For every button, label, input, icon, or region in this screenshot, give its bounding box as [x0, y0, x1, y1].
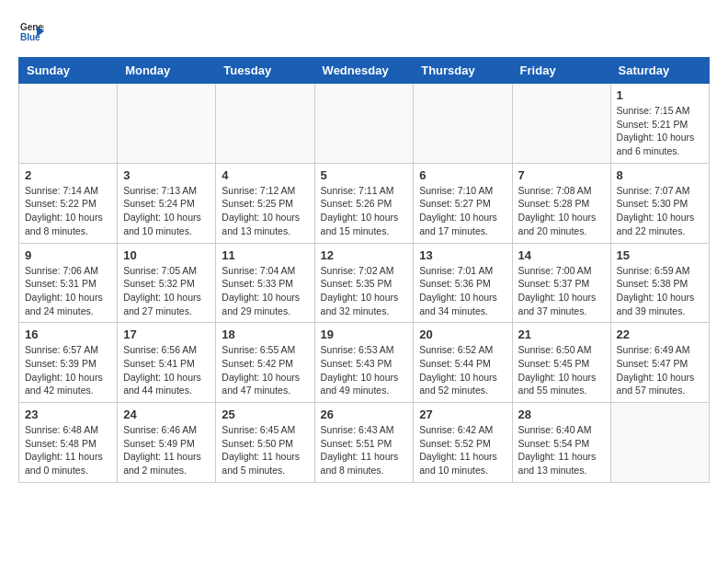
day-info: Sunrise: 7:11 AM Sunset: 5:26 PM Dayligh…: [321, 184, 408, 238]
day-info: Sunrise: 7:01 AM Sunset: 5:36 PM Dayligh…: [419, 264, 506, 318]
day-info: Sunrise: 6:45 AM Sunset: 5:50 PM Dayligh…: [222, 423, 308, 477]
day-info: Sunrise: 7:07 AM Sunset: 5:30 PM Dayligh…: [617, 184, 703, 238]
day-info: Sunrise: 6:56 AM Sunset: 5:41 PM Dayligh…: [123, 343, 210, 397]
day-info: Sunrise: 7:14 AM Sunset: 5:22 PM Dayligh…: [25, 184, 111, 238]
calendar-cell: 20Sunrise: 6:52 AM Sunset: 5:44 PM Dayli…: [414, 323, 512, 403]
day-number: 1: [617, 88, 703, 102]
calendar-cell: 9Sunrise: 7:06 AM Sunset: 5:31 PM Daylig…: [19, 243, 118, 323]
calendar-cell: [414, 84, 512, 164]
calendar-cell: 17Sunrise: 6:56 AM Sunset: 5:41 PM Dayli…: [118, 323, 216, 403]
calendar-cell: 7Sunrise: 7:08 AM Sunset: 5:28 PM Daylig…: [512, 163, 610, 243]
day-number: 21: [518, 327, 605, 341]
calendar-cell: [512, 84, 610, 164]
calendar-cell: 18Sunrise: 6:55 AM Sunset: 5:42 PM Dayli…: [216, 323, 314, 403]
day-number: 10: [123, 248, 210, 262]
calendar-cell: [216, 84, 314, 164]
calendar-cell: 11Sunrise: 7:04 AM Sunset: 5:33 PM Dayli…: [216, 243, 314, 323]
day-number: 20: [419, 327, 506, 341]
calendar-cell: 26Sunrise: 6:43 AM Sunset: 5:51 PM Dayli…: [314, 403, 414, 483]
day-number: 12: [321, 248, 408, 262]
calendar-cell: 28Sunrise: 6:40 AM Sunset: 5:54 PM Dayli…: [512, 403, 610, 483]
day-info: Sunrise: 7:02 AM Sunset: 5:35 PM Dayligh…: [321, 264, 408, 318]
day-number: 19: [321, 327, 408, 341]
day-number: 16: [25, 327, 111, 341]
day-info: Sunrise: 6:57 AM Sunset: 5:39 PM Dayligh…: [25, 343, 111, 397]
day-info: Sunrise: 7:00 AM Sunset: 5:37 PM Dayligh…: [518, 264, 605, 318]
day-info: Sunrise: 6:43 AM Sunset: 5:51 PM Dayligh…: [321, 423, 408, 477]
calendar-cell: 4Sunrise: 7:12 AM Sunset: 5:25 PM Daylig…: [216, 163, 314, 243]
day-number: 23: [25, 408, 111, 421]
calendar-cell: 16Sunrise: 6:57 AM Sunset: 5:39 PM Dayli…: [19, 323, 118, 403]
day-number: 22: [617, 327, 703, 341]
day-number: 13: [419, 248, 506, 262]
day-info: Sunrise: 6:52 AM Sunset: 5:44 PM Dayligh…: [419, 343, 506, 397]
day-info: Sunrise: 7:06 AM Sunset: 5:31 PM Dayligh…: [25, 264, 111, 318]
day-info: Sunrise: 6:40 AM Sunset: 5:54 PM Dayligh…: [518, 423, 605, 477]
weekday-header-wednesday: Wednesday: [314, 58, 414, 84]
day-number: 14: [518, 248, 605, 262]
day-number: 18: [222, 327, 308, 341]
day-number: 3: [123, 168, 210, 182]
day-info: Sunrise: 7:10 AM Sunset: 5:27 PM Dayligh…: [419, 184, 506, 238]
weekday-header-saturday: Saturday: [610, 58, 709, 84]
day-info: Sunrise: 7:15 AM Sunset: 5:21 PM Dayligh…: [617, 104, 703, 158]
weekday-header-monday: Monday: [118, 58, 216, 84]
calendar-cell: 2Sunrise: 7:14 AM Sunset: 5:22 PM Daylig…: [19, 163, 118, 243]
calendar-cell: [19, 84, 118, 164]
day-number: 9: [25, 248, 111, 262]
calendar-cell: 22Sunrise: 6:49 AM Sunset: 5:47 PM Dayli…: [610, 323, 709, 403]
day-number: 24: [123, 408, 210, 421]
calendar-cell: 21Sunrise: 6:50 AM Sunset: 5:45 PM Dayli…: [512, 323, 610, 403]
day-info: Sunrise: 7:12 AM Sunset: 5:25 PM Dayligh…: [222, 184, 308, 238]
weekday-header-thursday: Thursday: [414, 58, 512, 84]
calendar-cell: 23Sunrise: 6:48 AM Sunset: 5:48 PM Dayli…: [19, 403, 118, 483]
calendar-cell: 10Sunrise: 7:05 AM Sunset: 5:32 PM Dayli…: [118, 243, 216, 323]
day-number: 4: [222, 168, 308, 182]
calendar-cell: 1Sunrise: 7:15 AM Sunset: 5:21 PM Daylig…: [610, 84, 709, 164]
calendar-cell: [314, 84, 414, 164]
calendar-cell: 24Sunrise: 6:46 AM Sunset: 5:49 PM Dayli…: [118, 403, 216, 483]
day-number: 8: [617, 168, 703, 182]
calendar-table: SundayMondayTuesdayWednesdayThursdayFrid…: [18, 57, 710, 483]
day-number: 15: [617, 248, 703, 262]
logo-icon: General Blue: [18, 18, 44, 44]
weekday-header-friday: Friday: [512, 58, 610, 84]
logo: General Blue: [18, 18, 46, 44]
day-info: Sunrise: 6:49 AM Sunset: 5:47 PM Dayligh…: [617, 343, 703, 397]
calendar-cell: 13Sunrise: 7:01 AM Sunset: 5:36 PM Dayli…: [414, 243, 512, 323]
day-info: Sunrise: 6:48 AM Sunset: 5:48 PM Dayligh…: [25, 423, 111, 477]
calendar-cell: 8Sunrise: 7:07 AM Sunset: 5:30 PM Daylig…: [610, 163, 709, 243]
day-info: Sunrise: 6:55 AM Sunset: 5:42 PM Dayligh…: [222, 343, 308, 397]
day-number: 5: [321, 168, 408, 182]
calendar-cell: [610, 403, 709, 483]
weekday-header-sunday: Sunday: [19, 58, 118, 84]
day-info: Sunrise: 7:13 AM Sunset: 5:24 PM Dayligh…: [123, 184, 210, 238]
weekday-header-tuesday: Tuesday: [216, 58, 314, 84]
calendar-cell: [118, 84, 216, 164]
day-number: 26: [321, 408, 408, 421]
day-number: 17: [123, 327, 210, 341]
calendar-cell: 25Sunrise: 6:45 AM Sunset: 5:50 PM Dayli…: [216, 403, 314, 483]
calendar-cell: 19Sunrise: 6:53 AM Sunset: 5:43 PM Dayli…: [314, 323, 414, 403]
day-number: 27: [419, 408, 506, 421]
day-number: 2: [25, 168, 111, 182]
calendar-cell: 6Sunrise: 7:10 AM Sunset: 5:27 PM Daylig…: [414, 163, 512, 243]
day-info: Sunrise: 6:46 AM Sunset: 5:49 PM Dayligh…: [123, 423, 210, 477]
calendar-cell: 27Sunrise: 6:42 AM Sunset: 5:52 PM Dayli…: [414, 403, 512, 483]
day-number: 28: [518, 408, 605, 421]
day-number: 11: [222, 248, 308, 262]
calendar-cell: 3Sunrise: 7:13 AM Sunset: 5:24 PM Daylig…: [118, 163, 216, 243]
day-number: 6: [419, 168, 506, 182]
day-info: Sunrise: 7:04 AM Sunset: 5:33 PM Dayligh…: [222, 264, 308, 318]
calendar-cell: 14Sunrise: 7:00 AM Sunset: 5:37 PM Dayli…: [512, 243, 610, 323]
calendar-cell: 15Sunrise: 6:59 AM Sunset: 5:38 PM Dayli…: [610, 243, 709, 323]
day-info: Sunrise: 6:42 AM Sunset: 5:52 PM Dayligh…: [419, 423, 506, 477]
day-number: 25: [222, 408, 308, 421]
day-info: Sunrise: 7:05 AM Sunset: 5:32 PM Dayligh…: [123, 264, 210, 318]
calendar-cell: 12Sunrise: 7:02 AM Sunset: 5:35 PM Dayli…: [314, 243, 414, 323]
day-info: Sunrise: 6:53 AM Sunset: 5:43 PM Dayligh…: [321, 343, 408, 397]
calendar-cell: 5Sunrise: 7:11 AM Sunset: 5:26 PM Daylig…: [314, 163, 414, 243]
day-info: Sunrise: 7:08 AM Sunset: 5:28 PM Dayligh…: [518, 184, 605, 238]
day-number: 7: [518, 168, 605, 182]
day-info: Sunrise: 6:50 AM Sunset: 5:45 PM Dayligh…: [518, 343, 605, 397]
